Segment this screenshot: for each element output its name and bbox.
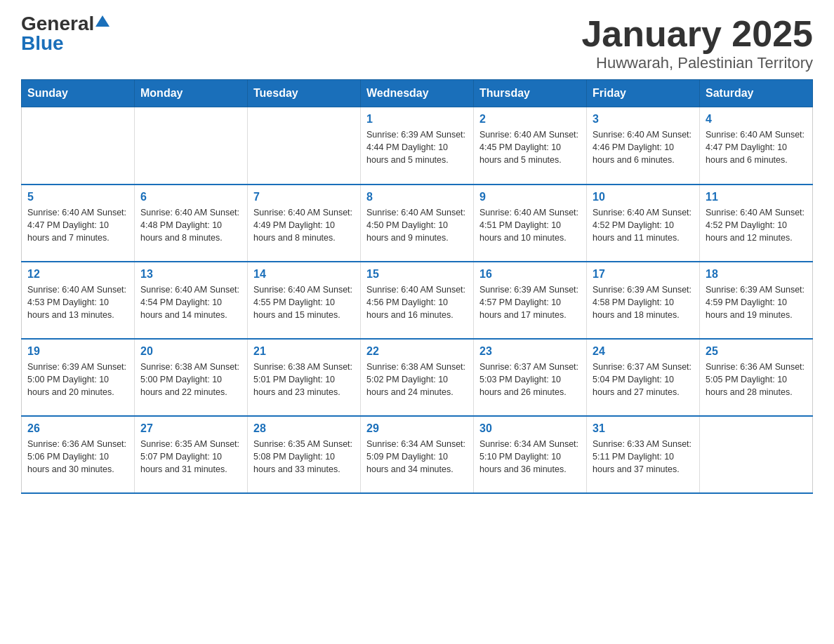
day-number: 22 xyxy=(366,345,468,358)
calendar-day-18: 18Sunrise: 6:39 AM Sunset: 4:59 PM Dayli… xyxy=(700,262,813,339)
calendar-day-17: 17Sunrise: 6:39 AM Sunset: 4:58 PM Dayli… xyxy=(587,262,700,339)
day-number: 7 xyxy=(253,191,355,203)
page-title: January 2025 xyxy=(581,14,813,54)
calendar-day-6: 6Sunrise: 6:40 AM Sunset: 4:48 PM Daylig… xyxy=(135,185,248,262)
calendar-week-2: 5Sunrise: 6:40 AM Sunset: 4:47 PM Daylig… xyxy=(22,185,813,262)
day-number: 23 xyxy=(479,345,581,358)
day-info: Sunrise: 6:40 AM Sunset: 4:52 PM Dayligh… xyxy=(593,206,694,244)
day-number: 15 xyxy=(366,268,468,281)
day-info: Sunrise: 6:40 AM Sunset: 4:51 PM Dayligh… xyxy=(479,206,581,244)
calendar-day-19: 19Sunrise: 6:39 AM Sunset: 5:00 PM Dayli… xyxy=(22,339,135,416)
calendar-day-5: 5Sunrise: 6:40 AM Sunset: 4:47 PM Daylig… xyxy=(22,185,135,262)
calendar-week-4: 19Sunrise: 6:39 AM Sunset: 5:00 PM Dayli… xyxy=(22,339,813,416)
day-info: Sunrise: 6:40 AM Sunset: 4:53 PM Dayligh… xyxy=(27,283,128,321)
calendar-day-28: 28Sunrise: 6:35 AM Sunset: 5:08 PM Dayli… xyxy=(248,416,361,493)
header-monday: Monday xyxy=(135,80,248,107)
calendar-day-11: 11Sunrise: 6:40 AM Sunset: 4:52 PM Dayli… xyxy=(700,185,813,262)
day-info: Sunrise: 6:40 AM Sunset: 4:54 PM Dayligh… xyxy=(140,283,241,321)
logo-triangle-icon xyxy=(95,15,110,27)
day-number: 2 xyxy=(479,113,581,126)
calendar-day-16: 16Sunrise: 6:39 AM Sunset: 4:57 PM Dayli… xyxy=(474,262,587,339)
day-number: 10 xyxy=(593,191,694,203)
calendar-day-15: 15Sunrise: 6:40 AM Sunset: 4:56 PM Dayli… xyxy=(361,262,474,339)
header-wednesday: Wednesday xyxy=(361,80,474,107)
calendar-week-5: 26Sunrise: 6:36 AM Sunset: 5:06 PM Dayli… xyxy=(22,416,813,493)
day-info: Sunrise: 6:36 AM Sunset: 5:05 PM Dayligh… xyxy=(706,361,807,398)
day-info: Sunrise: 6:40 AM Sunset: 4:48 PM Dayligh… xyxy=(140,206,241,244)
header-thursday: Thursday xyxy=(474,80,587,107)
day-info: Sunrise: 6:35 AM Sunset: 5:07 PM Dayligh… xyxy=(140,438,241,476)
calendar-empty-cell xyxy=(248,107,361,185)
day-number: 6 xyxy=(140,191,241,203)
day-info: Sunrise: 6:38 AM Sunset: 5:01 PM Dayligh… xyxy=(253,361,355,398)
calendar-day-25: 25Sunrise: 6:36 AM Sunset: 5:05 PM Dayli… xyxy=(700,339,813,416)
calendar-day-26: 26Sunrise: 6:36 AM Sunset: 5:06 PM Dayli… xyxy=(22,416,135,493)
calendar-day-8: 8Sunrise: 6:40 AM Sunset: 4:50 PM Daylig… xyxy=(361,185,474,262)
calendar-day-27: 27Sunrise: 6:35 AM Sunset: 5:07 PM Dayli… xyxy=(135,416,248,493)
day-info: Sunrise: 6:39 AM Sunset: 5:00 PM Dayligh… xyxy=(27,361,128,398)
day-number: 18 xyxy=(706,268,807,281)
day-number: 3 xyxy=(593,113,694,126)
calendar-week-3: 12Sunrise: 6:40 AM Sunset: 4:53 PM Dayli… xyxy=(22,262,813,339)
day-number: 28 xyxy=(253,422,355,435)
day-number: 30 xyxy=(479,422,581,435)
calendar-day-2: 2Sunrise: 6:40 AM Sunset: 4:45 PM Daylig… xyxy=(474,107,587,185)
day-number: 21 xyxy=(253,345,355,358)
page-header: General Blue January 2025 Huwwarah, Pale… xyxy=(21,14,813,72)
day-info: Sunrise: 6:40 AM Sunset: 4:52 PM Dayligh… xyxy=(706,206,807,244)
day-info: Sunrise: 6:40 AM Sunset: 4:56 PM Dayligh… xyxy=(366,283,468,321)
header-saturday: Saturday xyxy=(700,80,813,107)
calendar-day-29: 29Sunrise: 6:34 AM Sunset: 5:09 PM Dayli… xyxy=(361,416,474,493)
calendar-day-20: 20Sunrise: 6:38 AM Sunset: 5:00 PM Dayli… xyxy=(135,339,248,416)
calendar-day-9: 9Sunrise: 6:40 AM Sunset: 4:51 PM Daylig… xyxy=(474,185,587,262)
day-info: Sunrise: 6:37 AM Sunset: 5:03 PM Dayligh… xyxy=(479,361,581,398)
day-number: 17 xyxy=(593,268,694,281)
calendar-day-7: 7Sunrise: 6:40 AM Sunset: 4:49 PM Daylig… xyxy=(248,185,361,262)
calendar-day-31: 31Sunrise: 6:33 AM Sunset: 5:11 PM Dayli… xyxy=(587,416,700,493)
day-number: 9 xyxy=(479,191,581,203)
day-number: 14 xyxy=(253,268,355,281)
day-number: 13 xyxy=(140,268,241,281)
day-number: 11 xyxy=(706,191,807,203)
day-info: Sunrise: 6:40 AM Sunset: 4:46 PM Dayligh… xyxy=(593,128,694,166)
day-number: 31 xyxy=(593,422,694,435)
logo: General Blue xyxy=(21,14,110,53)
day-info: Sunrise: 6:39 AM Sunset: 4:57 PM Dayligh… xyxy=(479,283,581,321)
calendar-empty-cell xyxy=(135,107,248,185)
calendar-day-21: 21Sunrise: 6:38 AM Sunset: 5:01 PM Dayli… xyxy=(248,339,361,416)
calendar-day-23: 23Sunrise: 6:37 AM Sunset: 5:03 PM Dayli… xyxy=(474,339,587,416)
page-subtitle: Huwwarah, Palestinian Territory xyxy=(581,54,813,72)
day-number: 16 xyxy=(479,268,581,281)
day-info: Sunrise: 6:35 AM Sunset: 5:08 PM Dayligh… xyxy=(253,438,355,476)
day-info: Sunrise: 6:33 AM Sunset: 5:11 PM Dayligh… xyxy=(593,438,694,476)
day-info: Sunrise: 6:39 AM Sunset: 4:58 PM Dayligh… xyxy=(593,283,694,321)
calendar-day-14: 14Sunrise: 6:40 AM Sunset: 4:55 PM Dayli… xyxy=(248,262,361,339)
day-info: Sunrise: 6:40 AM Sunset: 4:45 PM Dayligh… xyxy=(479,128,581,166)
day-number: 12 xyxy=(27,268,128,281)
calendar-day-22: 22Sunrise: 6:38 AM Sunset: 5:02 PM Dayli… xyxy=(361,339,474,416)
calendar-day-13: 13Sunrise: 6:40 AM Sunset: 4:54 PM Dayli… xyxy=(135,262,248,339)
day-info: Sunrise: 6:39 AM Sunset: 4:44 PM Dayligh… xyxy=(366,128,468,166)
day-info: Sunrise: 6:38 AM Sunset: 5:02 PM Dayligh… xyxy=(366,361,468,398)
calendar-day-1: 1Sunrise: 6:39 AM Sunset: 4:44 PM Daylig… xyxy=(361,107,474,185)
calendar-week-1: 1Sunrise: 6:39 AM Sunset: 4:44 PM Daylig… xyxy=(22,107,813,185)
day-info: Sunrise: 6:36 AM Sunset: 5:06 PM Dayligh… xyxy=(27,438,128,476)
day-number: 26 xyxy=(27,422,128,435)
day-number: 4 xyxy=(706,113,807,126)
logo-general: General xyxy=(21,14,94,34)
logo-blue: Blue xyxy=(21,34,64,53)
calendar-day-30: 30Sunrise: 6:34 AM Sunset: 5:10 PM Dayli… xyxy=(474,416,587,493)
day-number: 19 xyxy=(27,345,128,358)
header-friday: Friday xyxy=(587,80,700,107)
day-info: Sunrise: 6:40 AM Sunset: 4:47 PM Dayligh… xyxy=(706,128,807,166)
header-sunday: Sunday xyxy=(22,80,135,107)
day-info: Sunrise: 6:39 AM Sunset: 4:59 PM Dayligh… xyxy=(706,283,807,321)
day-number: 25 xyxy=(706,345,807,358)
day-info: Sunrise: 6:37 AM Sunset: 5:04 PM Dayligh… xyxy=(593,361,694,398)
day-info: Sunrise: 6:40 AM Sunset: 4:47 PM Dayligh… xyxy=(27,206,128,244)
day-info: Sunrise: 6:40 AM Sunset: 4:49 PM Dayligh… xyxy=(253,206,355,244)
calendar-day-3: 3Sunrise: 6:40 AM Sunset: 4:46 PM Daylig… xyxy=(587,107,700,185)
calendar-day-10: 10Sunrise: 6:40 AM Sunset: 4:52 PM Dayli… xyxy=(587,185,700,262)
title-area: January 2025 Huwwarah, Palestinian Terri… xyxy=(581,14,813,72)
day-info: Sunrise: 6:40 AM Sunset: 4:55 PM Dayligh… xyxy=(253,283,355,321)
